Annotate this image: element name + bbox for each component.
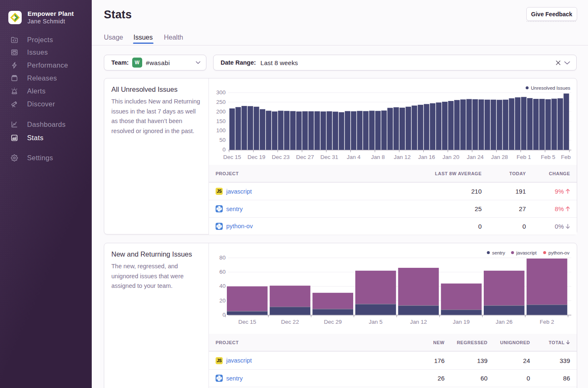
svg-text:Dec 22: Dec 22 — [281, 319, 299, 325]
svg-text:Dec 29: Dec 29 — [324, 319, 342, 325]
svg-text:Feb 5: Feb 5 — [541, 154, 555, 160]
svg-text:80: 80 — [219, 254, 226, 261]
svg-text:Feb 1: Feb 1 — [517, 154, 531, 160]
svg-text:Jan 24: Jan 24 — [467, 154, 484, 160]
svg-text:0: 0 — [222, 312, 226, 318]
svg-text:Dec 15: Dec 15 — [238, 319, 256, 325]
svg-text:Feb: Feb — [561, 154, 570, 160]
svg-text:Jan 26: Jan 26 — [496, 319, 513, 325]
svg-text:Dec 19: Dec 19 — [248, 154, 266, 160]
svg-text:Jan 12: Jan 12 — [394, 154, 411, 160]
svg-text:Jan 16: Jan 16 — [418, 154, 435, 160]
svg-text:Jan 12: Jan 12 — [410, 319, 427, 325]
svg-text:150: 150 — [216, 118, 226, 124]
svg-text:Jan 5: Jan 5 — [369, 319, 382, 325]
svg-text:20: 20 — [219, 297, 226, 304]
svg-text:0: 0 — [222, 146, 226, 153]
svg-text:50: 50 — [219, 137, 226, 143]
svg-text:Dec 23: Dec 23 — [272, 154, 290, 160]
svg-text:Dec 15: Dec 15 — [223, 154, 241, 160]
svg-text:250: 250 — [216, 99, 226, 105]
svg-text:Jan 19: Jan 19 — [453, 319, 470, 325]
svg-text:300: 300 — [216, 89, 226, 96]
svg-text:Jan 28: Jan 28 — [491, 154, 508, 160]
svg-text:javascript: javascript — [516, 250, 537, 255]
svg-text:python-ov: python-ov — [548, 250, 570, 255]
svg-text:Jan 20: Jan 20 — [442, 154, 460, 160]
svg-text:Jan 8: Jan 8 — [371, 154, 385, 160]
svg-text:sentry: sentry — [492, 250, 505, 255]
svg-text:Unresolved Issues: Unresolved Issues — [531, 86, 570, 91]
svg-text:60: 60 — [219, 269, 226, 275]
svg-text:100: 100 — [216, 127, 226, 134]
svg-text:40: 40 — [219, 283, 226, 289]
svg-text:200: 200 — [216, 108, 226, 115]
svg-text:Dec 31: Dec 31 — [320, 154, 338, 160]
svg-text:Jan 4: Jan 4 — [347, 154, 361, 160]
svg-text:Feb 2: Feb 2 — [540, 319, 554, 325]
svg-text:Dec 27: Dec 27 — [296, 154, 314, 160]
